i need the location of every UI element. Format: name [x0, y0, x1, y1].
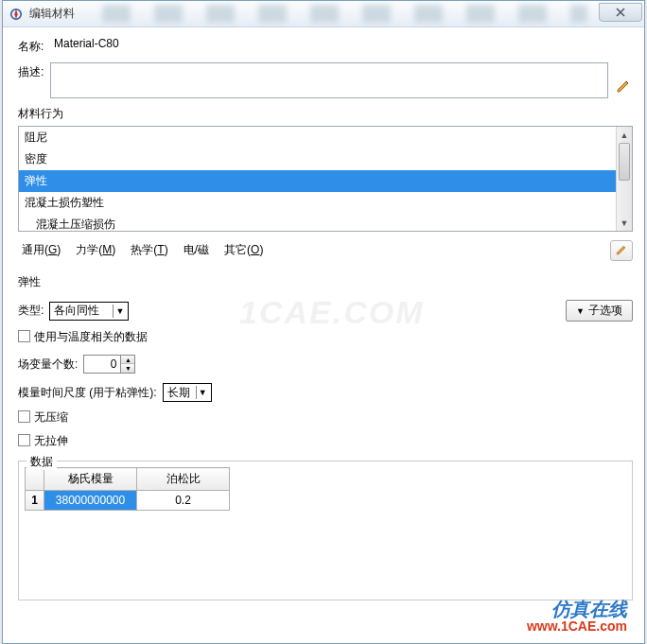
spinner-up-icon[interactable]: ▲ [121, 356, 134, 364]
description-input[interactable] [50, 62, 608, 98]
tab-electromagnetic[interactable]: 电/磁 [180, 239, 213, 261]
col-poisson-ratio[interactable]: 泊松比 [137, 468, 230, 491]
spinner-down-icon[interactable]: ▼ [121, 364, 134, 373]
content-area: 名称: Material-C80 描述: 材料行为 阻尼密度弹性混凝土损伤塑性混… [3, 27, 644, 606]
tab-general[interactable]: 通用(G) [18, 239, 64, 261]
temp-dependent-checkbox[interactable]: 使用与温度相关的数据 [18, 329, 633, 345]
close-button[interactable] [599, 3, 642, 22]
chevron-down-icon: ▼ [196, 386, 209, 399]
checkbox-icon [18, 410, 30, 423]
watermark: 仿真在线 www.1CAE.com [527, 599, 627, 634]
no-compress-checkbox[interactable]: 无压缩 [18, 409, 633, 426]
edit-description-button[interactable] [614, 78, 633, 96]
field-var-row: 场变量个数: ▲▼ [18, 355, 633, 374]
close-icon [615, 7, 626, 18]
tab-mechanical[interactable]: 力学(M) [72, 239, 119, 261]
name-label: 名称: [18, 37, 50, 55]
data-legend: 数据 [26, 454, 57, 470]
field-var-input[interactable] [83, 355, 121, 374]
scroll-up-icon[interactable]: ▲ [617, 127, 632, 143]
checkbox-icon [18, 330, 30, 342]
description-label: 描述: [18, 62, 50, 80]
titlebar: 编辑材料 [3, 1, 644, 27]
behavior-item[interactable]: 混凝土损伤塑性 [19, 192, 616, 214]
row-header-blank [26, 468, 44, 491]
data-cell[interactable]: 38000000000 [44, 491, 137, 511]
behavior-group: 材料行为 阻尼密度弹性混凝土损伤塑性混凝土压缩损伤 ▲ ▼ [18, 106, 633, 232]
app-icon [9, 7, 24, 22]
behavior-item[interactable]: 弹性 [19, 170, 616, 192]
name-row: 名称: Material-C80 [18, 37, 633, 55]
description-row: 描述: [18, 62, 633, 98]
data-table[interactable]: 杨氏模量 泊松比 1380000000000.2 [25, 467, 230, 511]
behavior-label: 材料行为 [18, 106, 633, 122]
col-youngs-modulus[interactable]: 杨氏模量 [44, 468, 137, 491]
tab-thermal[interactable]: 热学(T) [127, 239, 171, 261]
behavior-item[interactable]: 密度 [19, 148, 616, 170]
sub-options-button[interactable]: ▼ 子选项 [566, 300, 633, 322]
pencil-icon [615, 244, 628, 257]
field-var-label: 场变量个数: [18, 357, 78, 373]
triangle-down-icon: ▼ [576, 306, 585, 316]
type-select[interactable]: 各向同性 ▼ [49, 302, 129, 321]
field-var-spinner[interactable]: ▲▼ [83, 355, 135, 374]
time-scale-value: 长期 [167, 385, 196, 401]
tab-other[interactable]: 其它(O) [220, 239, 267, 261]
behavior-item[interactable]: 阻尼 [19, 127, 616, 148]
no-tension-checkbox[interactable]: 无拉伸 [18, 433, 633, 449]
scroll-down-icon[interactable]: ▼ [617, 215, 632, 231]
chevron-down-icon: ▼ [113, 305, 126, 318]
watermark-line1: 仿真在线 [527, 599, 627, 619]
behavior-listbox: 阻尼密度弹性混凝土损伤塑性混凝土压缩损伤 ▲ ▼ [18, 126, 633, 232]
watermark-line2: www.1CAE.com [527, 619, 627, 634]
type-value: 各向同性 [54, 303, 113, 319]
scroll-track[interactable] [617, 143, 632, 215]
behavior-item[interactable]: 混凝土压缩损伤 [19, 214, 616, 231]
type-label: 类型: [18, 303, 44, 319]
scrollbar[interactable]: ▲ ▼ [616, 127, 632, 231]
time-scale-select[interactable]: 长期 ▼ [163, 383, 212, 402]
window-title: 编辑材料 [29, 6, 75, 22]
name-value: Material-C80 [50, 37, 119, 50]
background-menu-blur [102, 5, 587, 23]
checkbox-icon [18, 434, 30, 446]
data-group: 数据 杨氏模量 泊松比 1380000000000.2 [18, 461, 633, 600]
elastic-title: 弹性 [18, 274, 633, 290]
time-scale-row: 模量时间尺度 (用于粘弹性): 长期 ▼ [18, 383, 633, 402]
category-tabbar: 通用(G) 力学(M) 热学(T) 电/磁 其它(O) [18, 239, 633, 261]
edit-material-window: 编辑材料 名称: Material-C80 描述: 材料行为 阻尼密度弹性混凝土… [2, 0, 645, 644]
behavior-items: 阻尼密度弹性混凝土损伤塑性混凝土压缩损伤 [19, 127, 616, 231]
scroll-thumb[interactable] [619, 143, 630, 181]
elastic-section: 弹性 类型: 各向同性 ▼ ▼ 子选项 使用与温度相关的数据 场变量个数: [18, 274, 633, 600]
pencil-icon [615, 78, 632, 96]
data-cell[interactable]: 0.2 [137, 491, 230, 511]
table-row[interactable]: 1380000000000.2 [26, 491, 230, 511]
time-scale-label: 模量时间尺度 (用于粘弹性): [18, 385, 157, 401]
type-row: 类型: 各向同性 ▼ ▼ 子选项 [18, 300, 633, 322]
edit-behavior-button[interactable] [610, 240, 633, 261]
row-number: 1 [26, 491, 44, 511]
